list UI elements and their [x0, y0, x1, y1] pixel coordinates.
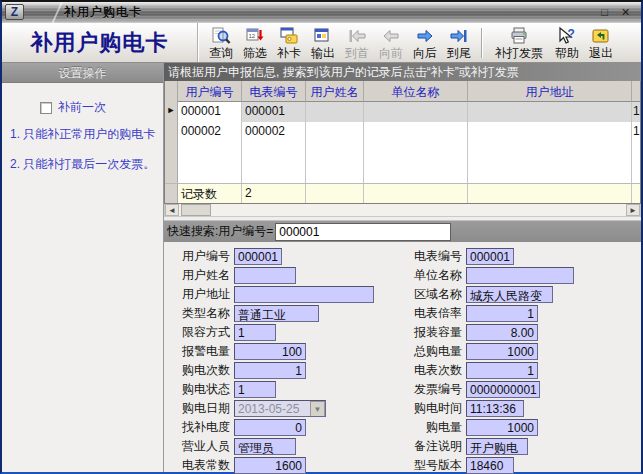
meter-constant-field[interactable]: 1600 [234, 457, 306, 474]
svg-text:12: 12 [249, 33, 256, 39]
alarm-energy-label: 报警电量 [174, 343, 234, 360]
export-icon [313, 26, 333, 46]
org-name-field[interactable] [466, 267, 574, 284]
help-button[interactable]: ?帮助 [550, 24, 584, 62]
instruction-bar: 请根据用户申报信息, 搜索到该用户的记录后点击“补卡”或补打发票 [164, 63, 641, 81]
empty-rows-area [165, 142, 640, 183]
last-button[interactable]: 到尾 [442, 24, 476, 62]
limit-mode-field[interactable]: 1 [234, 324, 276, 341]
form-column-left: 用户编号000001用户姓名用户地址类型名称普通工业限容方式1报警电量100购电… [174, 247, 406, 472]
empty-cell [468, 142, 632, 183]
user-id-field[interactable]: 000001 [234, 248, 282, 265]
scroll-track[interactable] [211, 204, 626, 216]
table-row[interactable]: ►0000010000011 [165, 102, 640, 122]
user-id-row: 用户编号000001 [174, 247, 406, 266]
meter-ratio-field[interactable]: 1 [466, 305, 538, 322]
app-logo-icon[interactable]: Z [5, 4, 24, 20]
record-pointer [165, 122, 178, 142]
user-address-row: 用户地址 [174, 285, 406, 304]
app-window: Z 补用户购电卡 □ ✕ 补用户购电卡 查询12筛选补卡输出到首向前向后到尾补打… [0, 0, 643, 474]
type-name-label: 类型名称 [174, 305, 234, 322]
record-count-value: 2 [242, 184, 306, 203]
close-icon[interactable]: ✕ [618, 5, 633, 20]
record-pointer: ► [165, 102, 178, 122]
reprint-invoice-button[interactable]: 补打发票 [488, 24, 550, 62]
total-energy-field[interactable]: 1000 [466, 343, 538, 360]
model-version-field[interactable]: 18460 [466, 457, 514, 474]
empty-cell [632, 142, 640, 183]
user-address-label: 用户地址 [174, 286, 234, 303]
purchase-count-field[interactable]: 1 [234, 362, 306, 379]
table-cell [364, 102, 468, 122]
sidebar-header: 设置操作 [2, 63, 163, 83]
type-name-field[interactable]: 普通工业 [234, 305, 319, 322]
purchase-time-field[interactable]: 11:13:36 [466, 400, 524, 417]
invoice-no-field[interactable]: 0000000001 [466, 381, 540, 398]
purchase-date-row: 购电日期2013-05-25▼ [174, 399, 406, 418]
remark-label: 备注说明 [406, 438, 466, 455]
toolbar-button-label: 补打发票 [495, 46, 543, 60]
toolbar-button-label: 向前 [379, 46, 403, 60]
reissue-previous-checkbox[interactable] [40, 102, 52, 114]
window-controls: □ ✕ [593, 2, 637, 23]
table-cell [306, 122, 364, 142]
user-name-field[interactable] [234, 267, 296, 284]
scroll-thumb[interactable] [181, 204, 211, 216]
table-cell [364, 122, 468, 142]
purchase-count-row: 购电次数1 [174, 361, 406, 380]
purchase-status-field[interactable]: 1 [234, 381, 276, 398]
checkbox-label: 补前一次 [58, 99, 106, 116]
meter-id-field[interactable]: 000001 [466, 248, 514, 265]
adjust-energy-field[interactable]: 0 [234, 419, 306, 436]
column-header-1: 用户编号 [178, 81, 242, 102]
first-icon [347, 26, 367, 46]
remark-row: 备注说明开户购电 [406, 437, 641, 456]
query-button[interactable]: 查询 [204, 24, 238, 62]
purchase-time-label: 购电时间 [406, 400, 466, 417]
purchase-energy-row: 购电量1000 [406, 418, 641, 437]
reissue-card-button[interactable]: 补卡 [272, 24, 306, 62]
next-button[interactable]: 向后 [408, 24, 442, 62]
operator-field[interactable]: 管理员 [234, 438, 296, 455]
grid-body: ►00000100000110000020000021 [165, 102, 640, 183]
help-icon: ? [557, 26, 577, 46]
scroll-left-icon[interactable]: ◄ [165, 204, 179, 216]
scroll-right-icon[interactable]: ► [626, 204, 640, 216]
empty-cell [306, 142, 364, 183]
column-header-3: 用户姓名 [306, 81, 364, 102]
footer-cell [306, 184, 364, 203]
installed-capacity-field[interactable]: 8.00 [466, 324, 538, 341]
toolbar-separator [481, 28, 483, 58]
export-button[interactable]: 输出 [306, 24, 340, 62]
purchase-time-row: 购电时间11:13:36 [406, 399, 641, 418]
row-selector-header [165, 81, 178, 102]
maximize-icon[interactable]: □ [597, 5, 612, 20]
remark-field[interactable]: 开户购电 [466, 438, 528, 455]
meter-count-field[interactable]: 1 [466, 362, 538, 379]
grid-header: 用户编号电表编号用户姓名单位名称用户地址 [165, 81, 640, 102]
meter-constant-label: 电表常数 [174, 457, 234, 474]
region-name-label: 区域名称 [406, 286, 466, 303]
invoice-no-label: 发票编号 [406, 381, 466, 398]
purchase-energy-field[interactable]: 1000 [466, 419, 538, 436]
quick-search-input[interactable] [275, 223, 451, 241]
exit-button[interactable]: 退出 [584, 24, 618, 62]
meter-count-label: 电表次数 [406, 362, 466, 379]
clipped-cell: 1 [632, 102, 640, 122]
user-id-label: 用户编号 [174, 248, 234, 265]
empty-cell [242, 142, 306, 183]
filter-button[interactable]: 12筛选 [238, 24, 272, 62]
purchase-date-field: 2013-05-25▼ [234, 400, 326, 417]
page-title: 补用户购电卡 [2, 23, 198, 62]
alarm-energy-field[interactable]: 100 [234, 343, 306, 360]
footer-cell [364, 184, 468, 203]
prev-button: 向前 [374, 24, 408, 62]
org-name-label: 单位名称 [406, 267, 466, 284]
table-row[interactable]: 0000020000021 [165, 122, 640, 142]
region-name-field[interactable]: 城东人民路变 [466, 286, 553, 303]
column-header-2: 电表编号 [242, 81, 306, 102]
card-icon [279, 26, 299, 46]
user-address-field[interactable] [234, 286, 374, 303]
search-icon [211, 26, 231, 46]
sidebar: 设置操作 补前一次 1. 只能补正常用户的购电卡 2. 只能补打最后一次发票。 [2, 63, 164, 472]
